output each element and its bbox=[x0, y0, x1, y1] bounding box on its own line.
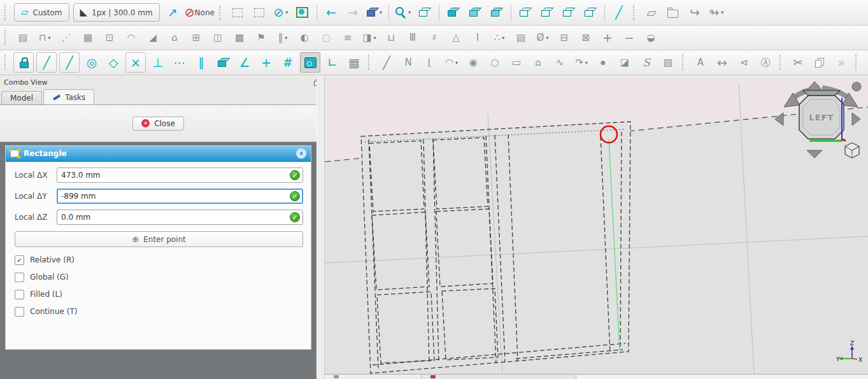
arch-column-icon[interactable]: Ⅲ bbox=[403, 28, 422, 47]
arch-material-icon-dropdown[interactable]: ▾ bbox=[502, 35, 504, 41]
arch-wall-icon[interactable]: ▤ bbox=[13, 28, 32, 47]
draft-text-icon[interactable]: A bbox=[691, 53, 710, 72]
view-axonometric-icon[interactable] bbox=[444, 3, 463, 22]
arch-roof-icon[interactable]: ◢ bbox=[143, 28, 162, 47]
draft-dimension-icon[interactable]: ↔ bbox=[713, 53, 732, 72]
arch-remove-component-icon[interactable]: − bbox=[620, 28, 639, 47]
copy-icon[interactable] bbox=[810, 53, 829, 72]
toolbar3-handle-2[interactable] bbox=[368, 55, 373, 70]
snap-lock-icon[interactable] bbox=[13, 52, 34, 73]
cut-icon[interactable]: ✂ bbox=[788, 53, 808, 72]
navigation-cube[interactable]: LEFT bbox=[770, 79, 865, 168]
draft-rectangle-icon[interactable]: ▭ bbox=[507, 53, 526, 72]
arch-survey-icon[interactable]: ◒ bbox=[641, 28, 660, 47]
arch-window-icon[interactable]: ⊡ bbox=[100, 28, 119, 47]
working-plane-button[interactable]: ▱Custom bbox=[14, 3, 69, 22]
autogroup-none-icon[interactable]: ⊘None bbox=[185, 3, 215, 22]
draft-bezier-icon[interactable]: ↷▾ bbox=[572, 53, 591, 72]
snap-working-plane-icon[interactable] bbox=[213, 53, 232, 72]
arch-material-icon[interactable]: ∴▾ bbox=[490, 28, 509, 47]
snap-dimensions-icon[interactable]: ∟ bbox=[323, 53, 342, 72]
export-icon[interactable]: ↪ bbox=[685, 3, 704, 22]
snap-extension-icon[interactable]: # bbox=[278, 53, 297, 72]
macro-record-icon[interactable] bbox=[864, 53, 868, 72]
arch-structure-icon-dropdown[interactable]: ▾ bbox=[48, 35, 50, 41]
nav-menu-dot-icon[interactable] bbox=[852, 82, 861, 91]
sync-3d-view-icon[interactable] bbox=[293, 3, 312, 22]
panel-splitter[interactable] bbox=[317, 75, 325, 379]
open-folder-icon[interactable] bbox=[664, 3, 683, 22]
fit-all-icon[interactable] bbox=[415, 3, 434, 22]
line-width-scale-button[interactable]: ◣1px | 300.0 mm bbox=[73, 3, 160, 22]
arch-stairs-icon[interactable]: ≡ bbox=[338, 28, 357, 47]
refine-shape-icon[interactable]: ▱ bbox=[642, 3, 661, 22]
arch-panel-icon[interactable]: ⚑ bbox=[252, 28, 271, 47]
arch-curtain-wall-icon[interactable]: ▦ bbox=[78, 28, 97, 47]
toolbar3-handle-5[interactable] bbox=[855, 55, 860, 70]
draft-bspline-icon[interactable]: ∿ bbox=[550, 53, 569, 72]
arch-wall-opening-icon-dropdown[interactable]: ▾ bbox=[374, 35, 376, 41]
draft-line-icon[interactable]: ╱ bbox=[377, 53, 396, 72]
snap-endpoint-icon[interactable]: ╱ bbox=[36, 52, 57, 73]
view-front-icon[interactable] bbox=[466, 3, 485, 22]
nav-down-arrow[interactable] bbox=[807, 150, 822, 158]
toolbar1-handle-2[interactable] bbox=[219, 5, 224, 20]
nav-right-arrow[interactable] bbox=[852, 113, 860, 125]
zoom-tools-icon-dropdown[interactable]: ▾ bbox=[408, 10, 411, 15]
collapse-section-button[interactable]: « bbox=[296, 148, 306, 159]
toolbar2-handle[interactable] bbox=[4, 30, 9, 45]
3d-viewport[interactable]: LEFT Z Y X bbox=[325, 75, 868, 379]
draft-snap-arrow-icon[interactable]: ↗ bbox=[163, 3, 182, 22]
arch-structure-icon[interactable]: ⊓▾ bbox=[35, 28, 54, 47]
view-rear-icon[interactable] bbox=[537, 3, 557, 22]
local-delta-y-input[interactable] bbox=[57, 189, 303, 204]
draft-shapestring-icon[interactable]: S bbox=[637, 53, 656, 72]
filled-checkbox[interactable] bbox=[15, 290, 24, 299]
view-bottom-icon[interactable] bbox=[559, 3, 578, 22]
global-checkbox[interactable] bbox=[15, 273, 24, 282]
toolbar1-handle-3[interactable] bbox=[633, 5, 637, 20]
draft-circle-icon[interactable]: ◉ bbox=[464, 53, 483, 72]
draft-wire-icon[interactable]: N bbox=[399, 53, 418, 72]
draft-ellipse-icon[interactable]: ○ bbox=[485, 53, 504, 72]
view-right-icon[interactable] bbox=[516, 3, 535, 22]
box-zoom-icon[interactable] bbox=[228, 3, 247, 22]
arch-add-component-icon[interactable]: + bbox=[598, 28, 617, 47]
box-selection-icon[interactable] bbox=[250, 3, 269, 22]
arch-equipment-icon[interactable]: ⊔ bbox=[381, 28, 401, 47]
snap-ortho-icon[interactable]: + bbox=[257, 53, 276, 72]
toggle-grid-icon[interactable] bbox=[300, 52, 320, 73]
nav-up-arrow[interactable] bbox=[807, 82, 822, 90]
arch-project-icon[interactable]: ◠ bbox=[122, 28, 141, 47]
draft-facebinder-icon[interactable]: ◪ bbox=[615, 53, 634, 72]
arch-section-plane-icon[interactable]: ◐ bbox=[295, 28, 314, 47]
toolbar-overflow-icon[interactable]: » bbox=[832, 53, 851, 72]
snap-special-icon[interactable]: ∠ bbox=[235, 53, 254, 72]
draft-arc-icon[interactable]: ◠▾ bbox=[442, 53, 461, 72]
tab-model[interactable]: Model bbox=[1, 91, 42, 104]
arch-cut-with-line-icon[interactable]: ⊠ bbox=[576, 28, 595, 47]
arch-grid-icon[interactable]: ▩ bbox=[230, 28, 249, 47]
toolbar1-handle[interactable] bbox=[4, 5, 9, 20]
tab-tasks[interactable]: Tasks bbox=[43, 89, 94, 104]
snap-center-icon[interactable]: ◎ bbox=[82, 53, 101, 72]
close-button[interactable]: ✕ Close bbox=[132, 117, 184, 131]
arch-pipe-fitting-icon[interactable]: Ø▾ bbox=[533, 28, 552, 47]
arch-reference-icon[interactable]: ⊞ bbox=[187, 28, 206, 47]
arch-pipe-icon-dropdown[interactable]: ▾ bbox=[285, 35, 287, 41]
local-delta-z-input[interactable] bbox=[57, 210, 303, 225]
arch-rebar-icon[interactable]: ⋰ bbox=[57, 28, 76, 47]
clipping-plane-icon-dropdown[interactable]: ▾ bbox=[285, 10, 288, 15]
arch-fence-icon[interactable]: ♯ bbox=[425, 28, 444, 47]
nav-cube-face-label[interactable]: LEFT bbox=[809, 113, 834, 122]
view-top-icon[interactable] bbox=[487, 3, 506, 22]
snap-near-icon[interactable]: ⋯ bbox=[170, 53, 189, 72]
document-tab-3d-view[interactable] bbox=[422, 375, 576, 379]
snap-angle-icon[interactable]: ◇ bbox=[104, 53, 123, 72]
draft-arc-icon-dropdown[interactable]: ▾ bbox=[455, 60, 458, 66]
document-tab-start[interactable] bbox=[325, 375, 422, 379]
linked-object-jump-icon-dropdown[interactable]: ▾ bbox=[380, 10, 382, 15]
rectangle-section-header[interactable]: Rectangle « bbox=[6, 146, 311, 162]
zoom-tools-icon[interactable]: ▾ bbox=[394, 3, 413, 22]
arch-building-icon[interactable]: ⌂ bbox=[165, 28, 184, 47]
